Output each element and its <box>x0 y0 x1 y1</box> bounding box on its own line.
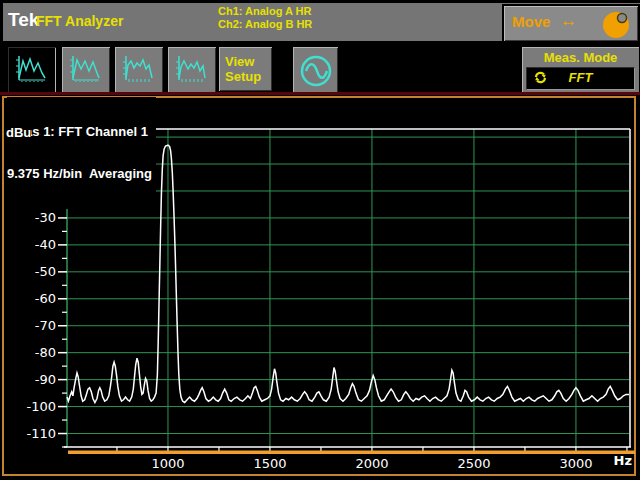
y-tick-label: -80 <box>35 345 56 360</box>
y-tick-label: -60 <box>35 291 56 306</box>
y-tick-label: -90 <box>35 372 56 387</box>
x-tick-label: 1000 <box>151 456 184 471</box>
bin-resolution-info: 9.375 Hz/bin Averaging <box>7 167 152 181</box>
x-tick-label: 2500 <box>457 456 490 471</box>
x-axis-unit-label: Hz <box>614 453 632 468</box>
fft-analyzer-screen: Tek FFT Analyzer Ch1: Analog A HR Ch2: A… <box>0 0 640 480</box>
x-tick-label: 1500 <box>253 456 286 471</box>
y-tick-label: -100 <box>26 399 56 414</box>
y-tick-label: -70 <box>35 318 56 333</box>
measurement-header: Meas 1: FFT Channel 1 9.375 Hz/bin Avera… <box>7 97 156 209</box>
fft-plot[interactable]: -10-20-30-40-50-60-70-80-90-100-11010001… <box>0 0 640 480</box>
x-tick-label: 3000 <box>559 456 592 471</box>
y-tick-label: -40 <box>35 237 56 252</box>
x-tick-label: 2000 <box>355 456 388 471</box>
x-axis-move-highlight[interactable] <box>68 451 635 455</box>
y-axis-unit-label: dBu <box>6 125 31 140</box>
y-tick-label: -30 <box>35 210 56 225</box>
y-tick-label: -50 <box>35 264 56 279</box>
y-tick-label: -110 <box>26 426 56 441</box>
